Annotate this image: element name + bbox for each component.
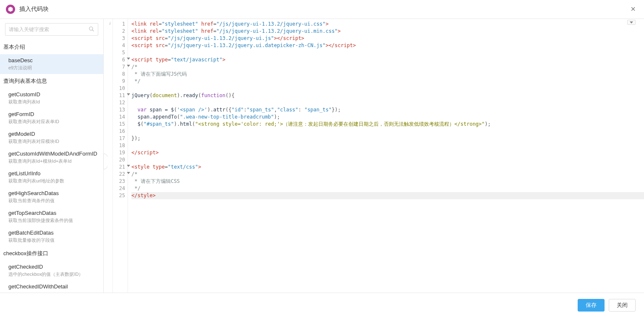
line-number: 20 bbox=[113, 156, 125, 164]
item-title: getModeID bbox=[8, 131, 100, 137]
sidebar-item[interactable]: getTopSearchDatas获取当前顶部快捷搜索条件的值 bbox=[0, 207, 103, 227]
main-area: 基本介绍baseDesce9方法说明查询列表基本信息getCustomID获取查… bbox=[0, 18, 644, 293]
code-line[interactable]: <script src="/js/jquery-ui-1.13.2/jquery… bbox=[131, 35, 644, 42]
sidebar-item[interactable]: getCustomID获取查询列表Id bbox=[0, 88, 103, 108]
code-line[interactable]: </style> bbox=[131, 192, 644, 199]
fold-icon[interactable] bbox=[127, 65, 130, 67]
line-number: 22 bbox=[113, 171, 125, 178]
line-number: 24 bbox=[113, 185, 125, 192]
line-number: 23 bbox=[113, 178, 125, 185]
line-number: 13 bbox=[113, 106, 125, 114]
code-line[interactable]: */ bbox=[131, 185, 644, 192]
sidebar-item[interactable]: getBatchEditDatas获取批量修改的字段值 bbox=[0, 227, 103, 246]
item-title: getCustomID bbox=[8, 91, 100, 98]
item-desc: 获取当前顶部快捷搜索条件的值 bbox=[8, 217, 100, 224]
sidebar-item[interactable]: getCheckedIDWithDetail bbox=[0, 280, 103, 293]
item-title: getBatchEditDatas bbox=[8, 230, 100, 236]
item-desc: 获取查询列表对应模块ID bbox=[8, 138, 100, 145]
line-number: 7 bbox=[113, 63, 125, 71]
line-number: 3 bbox=[113, 35, 125, 42]
line-number: 2 bbox=[113, 28, 125, 35]
line-number: 16 bbox=[113, 128, 125, 135]
item-title: getListUrlInfo bbox=[8, 170, 100, 177]
code-line[interactable]: <link rel="stylesheet" href="/js/jquery-… bbox=[131, 28, 644, 35]
sidebar-item[interactable]: getModeID获取查询列表对应模块ID bbox=[0, 128, 103, 148]
group-header: 基本介绍 bbox=[0, 40, 103, 54]
line-number: 17 bbox=[113, 135, 125, 142]
save-button[interactable]: 保存 bbox=[578, 299, 605, 312]
code-line[interactable]: <style type="text/css"> bbox=[131, 164, 644, 171]
item-title: getTopSearchDatas bbox=[8, 210, 100, 216]
sidebar: 基本介绍baseDesce9方法说明查询列表基本信息getCustomID获取查… bbox=[0, 19, 104, 293]
code-line[interactable] bbox=[131, 85, 644, 92]
code-line[interactable]: */ bbox=[131, 78, 644, 85]
code-line[interactable]: </script> bbox=[131, 149, 644, 156]
group-header: checkbox操作接口 bbox=[0, 246, 103, 261]
resize-handle[interactable] bbox=[104, 19, 107, 293]
sidebar-item[interactable]: getFormID获取查询列表对应表单ID bbox=[0, 108, 103, 128]
search-box[interactable] bbox=[5, 23, 98, 36]
close-button[interactable]: 关闭 bbox=[609, 299, 636, 312]
code-line[interactable]: <script type="text/javascript"> bbox=[131, 56, 644, 63]
item-title: getHighSearchDatas bbox=[8, 190, 100, 196]
item-desc: 选中的checkbox的值（主表数据ID） bbox=[8, 271, 100, 277]
sidebar-item[interactable]: baseDesce9方法说明 bbox=[0, 54, 103, 74]
item-desc: e9方法说明 bbox=[8, 65, 100, 71]
line-number: 5 bbox=[113, 49, 125, 56]
fold-icon[interactable] bbox=[127, 172, 130, 174]
item-desc: 获取查询列表Id+模块Id+表单Id bbox=[8, 158, 100, 164]
code-area[interactable]: <link rel="stylesheet" href="/js/jquery-… bbox=[128, 19, 644, 293]
code-line[interactable]: * 请在下面编写JS代码 bbox=[131, 71, 644, 78]
item-desc: 获取当前查询条件的值 bbox=[8, 198, 100, 204]
item-title: getCheckedID bbox=[8, 264, 100, 270]
sidebar-item[interactable]: getCustomIdWithModeIDAndFormID获取查询列表Id+模… bbox=[0, 148, 103, 167]
close-icon[interactable]: × bbox=[628, 4, 638, 14]
code-line[interactable]: span.appendTo(".wea-new-top-title-breadc… bbox=[131, 114, 644, 121]
code-line[interactable]: <script src="/js/jquery-ui-1.13.2/jquery… bbox=[131, 42, 644, 49]
line-number: 15 bbox=[113, 121, 125, 128]
code-line[interactable] bbox=[131, 142, 644, 149]
editor-dropdown-icon[interactable] bbox=[627, 20, 636, 25]
line-number: 10 bbox=[113, 85, 125, 92]
item-title: getCheckedIDWithDetail bbox=[8, 283, 100, 290]
line-number: 1 bbox=[113, 21, 125, 28]
code-line[interactable]: /* bbox=[131, 63, 644, 71]
sidebar-item[interactable]: getCheckedID选中的checkbox的值（主表数据ID） bbox=[0, 261, 103, 280]
code-line[interactable]: * 请在下方编辑CSS bbox=[131, 178, 644, 185]
search-input[interactable] bbox=[9, 26, 89, 32]
code-line[interactable]: <link rel="stylesheet" href="/js/jquery-… bbox=[131, 21, 644, 28]
code-line[interactable] bbox=[131, 128, 644, 135]
code-line[interactable]: jQuery(document).ready(function(){ bbox=[131, 92, 644, 99]
line-number: 9 bbox=[113, 78, 125, 85]
line-number: 12 bbox=[113, 99, 125, 106]
dialog-footer: 保存 关闭 bbox=[0, 293, 644, 317]
fold-icon[interactable] bbox=[127, 58, 130, 60]
code-line[interactable]: }); bbox=[131, 135, 644, 142]
line-number: 19 bbox=[113, 149, 125, 156]
code-line[interactable]: /* bbox=[131, 171, 644, 178]
item-title: getFormID bbox=[8, 111, 100, 117]
item-desc: 获取查询列表Id bbox=[8, 99, 100, 105]
svg-line-1 bbox=[92, 29, 94, 31]
line-number: 11 bbox=[113, 92, 125, 99]
code-line[interactable] bbox=[131, 49, 644, 56]
line-number: 18 bbox=[113, 142, 125, 149]
code-editor[interactable]: i 12345678910111213141516171819202122232… bbox=[107, 19, 644, 293]
code-line[interactable]: var span = $('<span />').attr({"id":"spa… bbox=[131, 106, 644, 114]
item-title: getCustomIdWithModeIDAndFormID bbox=[8, 151, 100, 157]
group-header: 查询列表基本信息 bbox=[0, 74, 103, 88]
line-number: 8 bbox=[113, 71, 125, 78]
item-desc: 获取批量修改的字段值 bbox=[8, 237, 100, 243]
fold-icon[interactable] bbox=[127, 93, 130, 95]
sidebar-item[interactable]: getHighSearchDatas获取当前查询条件的值 bbox=[0, 187, 103, 207]
search-icon bbox=[89, 26, 94, 33]
svg-point-0 bbox=[89, 26, 93, 30]
code-line[interactable] bbox=[131, 156, 644, 164]
code-line[interactable]: $("#span_ts").html("<strong style='color… bbox=[131, 121, 644, 128]
dialog-header: 插入代码块 × bbox=[0, 0, 644, 18]
fold-icon[interactable] bbox=[127, 165, 130, 167]
sidebar-item[interactable]: getListUrlInfo获取查询列表url地址的参数 bbox=[0, 167, 103, 187]
app-logo-icon bbox=[6, 5, 15, 14]
item-desc: 获取查询列表url地址的参数 bbox=[8, 178, 100, 184]
code-line[interactable] bbox=[131, 99, 644, 106]
